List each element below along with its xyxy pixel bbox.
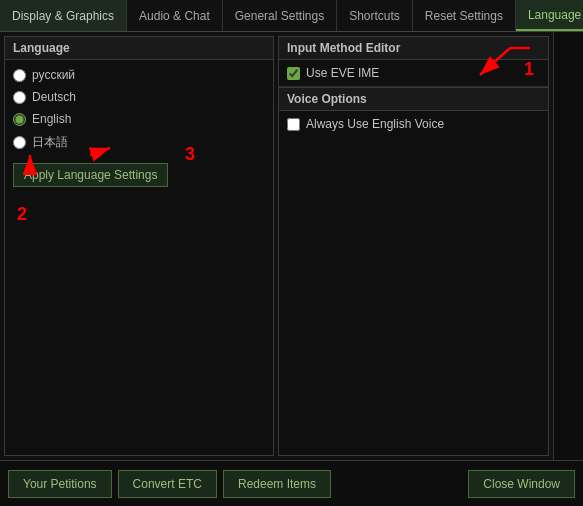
- ime-section: Use EVE IME: [279, 60, 548, 87]
- radio-en[interactable]: [13, 113, 26, 126]
- use-eve-ime-option[interactable]: Use EVE IME: [287, 66, 540, 80]
- tab-general[interactable]: General Settings: [223, 0, 337, 31]
- label-ru: русский: [32, 68, 75, 82]
- tab-bar: Display & Graphics Audio & Chat General …: [0, 0, 583, 32]
- radio-ru[interactable]: [13, 69, 26, 82]
- tab-display[interactable]: Display & Graphics: [0, 0, 127, 31]
- language-option-ru[interactable]: русский: [13, 68, 265, 82]
- language-option-ja[interactable]: 日本語: [13, 134, 265, 151]
- your-petitions-button[interactable]: Your Petitions: [8, 470, 112, 498]
- language-panel-title: Language: [5, 37, 273, 60]
- language-panel-body: русский Deutsch English 日本語 App: [5, 60, 273, 455]
- tab-reset[interactable]: Reset Settings: [413, 0, 516, 31]
- language-option-de[interactable]: Deutsch: [13, 90, 265, 104]
- language-option-en[interactable]: English: [13, 112, 265, 126]
- tab-audio[interactable]: Audio & Chat: [127, 0, 223, 31]
- label-ja: 日本語: [32, 134, 68, 151]
- close-window-button[interactable]: Close Window: [468, 470, 575, 498]
- main-content: Language русский Deutsch English: [0, 32, 583, 460]
- voice-section-body: Always Use English Voice: [279, 111, 548, 137]
- redeem-items-button[interactable]: Redeem Items: [223, 470, 331, 498]
- always-english-option[interactable]: Always Use English Voice: [287, 117, 540, 131]
- use-eve-ime-checkbox[interactable]: [287, 67, 300, 80]
- voice-options-title: Voice Options: [279, 87, 548, 111]
- language-panel: Language русский Deutsch English: [4, 36, 274, 456]
- far-right-panel: [553, 32, 583, 460]
- label-de: Deutsch: [32, 90, 76, 104]
- label-en: English: [32, 112, 71, 126]
- use-eve-ime-label: Use EVE IME: [306, 66, 379, 80]
- always-english-checkbox[interactable]: [287, 118, 300, 131]
- tab-language[interactable]: Language: [516, 0, 583, 31]
- ime-panel: Input Method Editor Use EVE IME Voice Op…: [278, 36, 549, 456]
- radio-de[interactable]: [13, 91, 26, 104]
- always-english-label: Always Use English Voice: [306, 117, 444, 131]
- bottom-bar: Your Petitions Convert ETC Redeem Items …: [0, 460, 583, 506]
- convert-etc-button[interactable]: Convert ETC: [118, 470, 217, 498]
- language-radio-group: русский Deutsch English 日本語: [13, 68, 265, 151]
- apply-language-button[interactable]: Apply Language Settings: [13, 163, 168, 187]
- tab-shortcuts[interactable]: Shortcuts: [337, 0, 413, 31]
- ime-panel-title: Input Method Editor: [279, 37, 548, 60]
- radio-ja[interactable]: [13, 136, 26, 149]
